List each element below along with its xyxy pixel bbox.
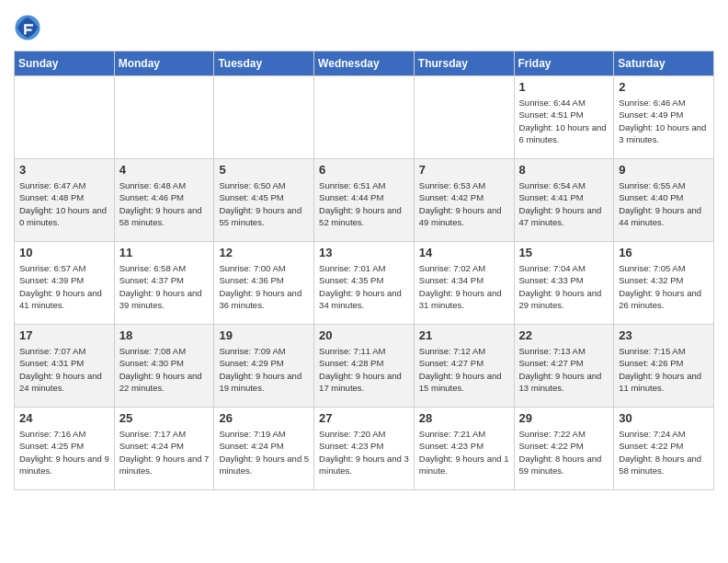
- day-number: 18: [119, 328, 210, 342]
- calendar-cell: 29Sunrise: 7:22 AM Sunset: 4:22 PM Dayli…: [514, 408, 614, 490]
- cell-info: Sunrise: 7:20 AM Sunset: 4:23 PM Dayligh…: [319, 428, 409, 477]
- day-number: 22: [519, 328, 609, 342]
- cell-info: Sunrise: 7:05 AM Sunset: 4:32 PM Dayligh…: [619, 262, 709, 311]
- weekday-friday: Friday: [514, 52, 614, 76]
- calendar-cell: 12Sunrise: 7:00 AM Sunset: 4:36 PM Dayli…: [214, 242, 314, 325]
- cell-info: Sunrise: 6:44 AM Sunset: 4:51 PM Dayligh…: [519, 97, 609, 145]
- day-number: 27: [319, 411, 409, 425]
- cell-info: Sunrise: 7:22 AM Sunset: 4:22 PM Dayligh…: [519, 428, 609, 477]
- calendar-cell: 26Sunrise: 7:19 AM Sunset: 4:24 PM Dayli…: [214, 408, 314, 490]
- day-number: 11: [119, 246, 210, 259]
- calendar-cell: 7Sunrise: 6:53 AM Sunset: 4:42 PM Daylig…: [414, 159, 514, 242]
- day-number: 28: [419, 411, 509, 425]
- cell-info: Sunrise: 7:19 AM Sunset: 4:24 PM Dayligh…: [219, 428, 309, 477]
- calendar-cell: 9Sunrise: 6:55 AM Sunset: 4:40 PM Daylig…: [614, 159, 714, 242]
- day-number: 23: [619, 328, 709, 342]
- calendar-cell: 16Sunrise: 7:05 AM Sunset: 4:32 PM Dayli…: [614, 242, 714, 325]
- calendar-cell: [15, 76, 115, 159]
- calendar-cell: 2Sunrise: 6:46 AM Sunset: 4:49 PM Daylig…: [614, 76, 714, 159]
- day-number: 13: [319, 246, 409, 259]
- cell-info: Sunrise: 7:12 AM Sunset: 4:27 PM Dayligh…: [419, 345, 509, 394]
- weekday-wednesday: Wednesday: [314, 52, 415, 76]
- day-number: 17: [19, 328, 109, 342]
- cell-info: Sunrise: 7:24 AM Sunset: 4:22 PM Dayligh…: [619, 428, 709, 477]
- calendar-cell: 6Sunrise: 6:51 AM Sunset: 4:44 PM Daylig…: [314, 159, 415, 242]
- day-number: 26: [219, 411, 309, 425]
- calendar-cell: 27Sunrise: 7:20 AM Sunset: 4:23 PM Dayli…: [314, 408, 415, 490]
- header: [14, 14, 714, 41]
- day-number: 10: [19, 246, 109, 259]
- calendar-week-5: 24Sunrise: 7:16 AM Sunset: 4:25 PM Dayli…: [15, 408, 714, 490]
- day-number: 24: [19, 411, 109, 425]
- weekday-thursday: Thursday: [414, 52, 514, 76]
- day-number: 4: [119, 163, 210, 177]
- weekday-monday: Monday: [114, 52, 214, 76]
- cell-info: Sunrise: 6:46 AM Sunset: 4:49 PM Dayligh…: [619, 97, 709, 145]
- cell-info: Sunrise: 7:02 AM Sunset: 4:34 PM Dayligh…: [419, 262, 509, 311]
- weekday-sunday: Sunday: [15, 52, 115, 76]
- cell-info: Sunrise: 7:00 AM Sunset: 4:36 PM Dayligh…: [219, 262, 309, 311]
- calendar-cell: [314, 76, 415, 159]
- calendar-cell: 1Sunrise: 6:44 AM Sunset: 4:51 PM Daylig…: [514, 76, 614, 159]
- logo: [14, 14, 46, 41]
- calendar-cell: 28Sunrise: 7:21 AM Sunset: 4:23 PM Dayli…: [414, 408, 514, 490]
- day-number: 7: [419, 163, 509, 177]
- cell-info: Sunrise: 6:53 AM Sunset: 4:42 PM Dayligh…: [419, 179, 509, 228]
- cell-info: Sunrise: 6:51 AM Sunset: 4:44 PM Dayligh…: [319, 179, 409, 228]
- calendar-week-1: 1Sunrise: 6:44 AM Sunset: 4:51 PM Daylig…: [15, 76, 714, 159]
- calendar-cell: 4Sunrise: 6:48 AM Sunset: 4:46 PM Daylig…: [114, 159, 214, 242]
- calendar-cell: [414, 76, 514, 159]
- calendar-cell: 19Sunrise: 7:09 AM Sunset: 4:29 PM Dayli…: [214, 325, 314, 408]
- calendar-week-3: 10Sunrise: 6:57 AM Sunset: 4:39 PM Dayli…: [15, 242, 714, 325]
- cell-info: Sunrise: 6:50 AM Sunset: 4:45 PM Dayligh…: [219, 179, 309, 228]
- calendar-cell: [114, 76, 214, 159]
- day-number: 6: [319, 163, 409, 177]
- day-number: 14: [419, 246, 509, 259]
- calendar-cell: 17Sunrise: 7:07 AM Sunset: 4:31 PM Dayli…: [15, 325, 115, 408]
- cell-info: Sunrise: 6:57 AM Sunset: 4:39 PM Dayligh…: [19, 262, 109, 311]
- day-number: 8: [519, 163, 609, 177]
- cell-info: Sunrise: 7:17 AM Sunset: 4:24 PM Dayligh…: [119, 428, 210, 477]
- calendar-cell: 14Sunrise: 7:02 AM Sunset: 4:34 PM Dayli…: [414, 242, 514, 325]
- day-number: 20: [319, 328, 409, 342]
- logo-icon: [14, 14, 41, 41]
- day-number: 15: [519, 246, 609, 259]
- weekday-tuesday: Tuesday: [214, 52, 314, 76]
- weekday-saturday: Saturday: [614, 52, 714, 76]
- cell-info: Sunrise: 7:07 AM Sunset: 4:31 PM Dayligh…: [19, 345, 109, 394]
- calendar-week-2: 3Sunrise: 6:47 AM Sunset: 4:48 PM Daylig…: [15, 159, 714, 242]
- calendar-cell: 15Sunrise: 7:04 AM Sunset: 4:33 PM Dayli…: [514, 242, 614, 325]
- cell-info: Sunrise: 6:48 AM Sunset: 4:46 PM Dayligh…: [119, 179, 210, 228]
- calendar-week-4: 17Sunrise: 7:07 AM Sunset: 4:31 PM Dayli…: [15, 325, 714, 408]
- calendar-cell: 5Sunrise: 6:50 AM Sunset: 4:45 PM Daylig…: [214, 159, 314, 242]
- day-number: 5: [219, 163, 309, 177]
- cell-info: Sunrise: 6:54 AM Sunset: 4:41 PM Dayligh…: [519, 179, 609, 228]
- calendar-cell: 24Sunrise: 7:16 AM Sunset: 4:25 PM Dayli…: [15, 408, 115, 490]
- cell-info: Sunrise: 7:15 AM Sunset: 4:26 PM Dayligh…: [619, 345, 709, 394]
- day-number: 1: [519, 80, 609, 94]
- cell-info: Sunrise: 7:13 AM Sunset: 4:27 PM Dayligh…: [519, 345, 609, 394]
- day-number: 21: [419, 328, 509, 342]
- calendar-cell: 13Sunrise: 7:01 AM Sunset: 4:35 PM Dayli…: [314, 242, 415, 325]
- calendar-cell: 21Sunrise: 7:12 AM Sunset: 4:27 PM Dayli…: [414, 325, 514, 408]
- day-number: 2: [619, 80, 709, 94]
- day-number: 30: [619, 411, 709, 425]
- calendar-cell: 18Sunrise: 7:08 AM Sunset: 4:30 PM Dayli…: [114, 325, 214, 408]
- cell-info: Sunrise: 6:47 AM Sunset: 4:48 PM Dayligh…: [19, 179, 109, 228]
- cell-info: Sunrise: 7:08 AM Sunset: 4:30 PM Dayligh…: [119, 345, 210, 394]
- day-number: 25: [119, 411, 210, 425]
- cell-info: Sunrise: 7:01 AM Sunset: 4:35 PM Dayligh…: [319, 262, 409, 311]
- calendar-cell: 3Sunrise: 6:47 AM Sunset: 4:48 PM Daylig…: [15, 159, 115, 242]
- cell-info: Sunrise: 7:04 AM Sunset: 4:33 PM Dayligh…: [519, 262, 609, 311]
- day-number: 29: [519, 411, 609, 425]
- day-number: 9: [619, 163, 709, 177]
- weekday-header-row: SundayMondayTuesdayWednesdayThursdayFrid…: [15, 52, 714, 76]
- calendar-cell: 23Sunrise: 7:15 AM Sunset: 4:26 PM Dayli…: [614, 325, 714, 408]
- day-number: 19: [219, 328, 309, 342]
- calendar-cell: 22Sunrise: 7:13 AM Sunset: 4:27 PM Dayli…: [514, 325, 614, 408]
- cell-info: Sunrise: 7:11 AM Sunset: 4:28 PM Dayligh…: [319, 345, 409, 394]
- page: SundayMondayTuesdayWednesdayThursdayFrid…: [0, 0, 728, 504]
- day-number: 3: [19, 163, 109, 177]
- calendar-cell: 30Sunrise: 7:24 AM Sunset: 4:22 PM Dayli…: [614, 408, 714, 490]
- calendar-cell: 10Sunrise: 6:57 AM Sunset: 4:39 PM Dayli…: [15, 242, 115, 325]
